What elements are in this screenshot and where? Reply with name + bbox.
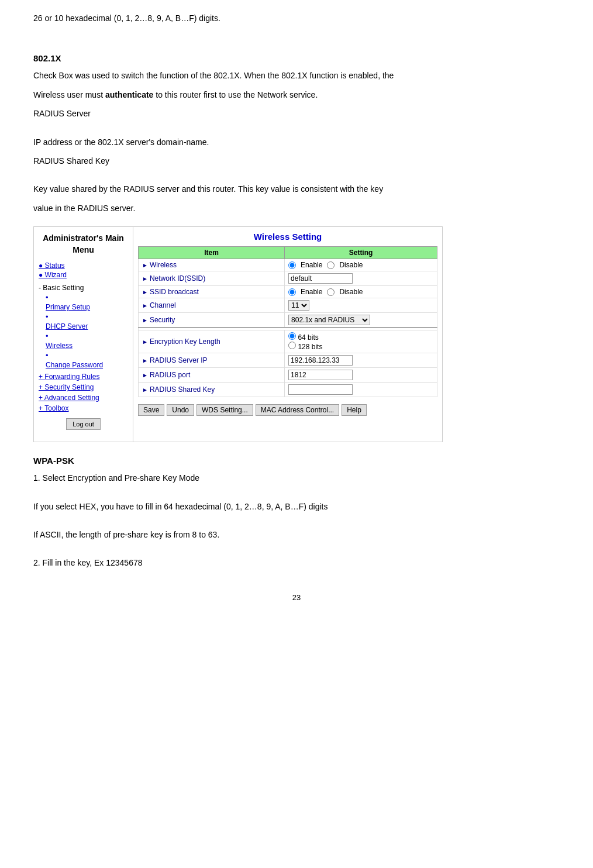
wireless-enable-radio[interactable] <box>288 261 296 269</box>
enc-key-length-group: 64 bits 128 bits <box>288 332 433 351</box>
arrow-icon: ► <box>142 289 148 295</box>
table-row: ►Network ID(SSID) <box>139 271 437 286</box>
arrow-icon: ► <box>142 357 148 364</box>
row-label-enc-key-length: Encryption Key Length <box>150 337 220 346</box>
sidebar-basic-setting-label: - Basic Setting <box>39 284 128 292</box>
save-button[interactable]: Save <box>138 404 164 416</box>
row-label-ssid: Network ID(SSID) <box>150 274 205 283</box>
arrow-icon: ► <box>142 339 148 345</box>
radius-server-ip-input[interactable] <box>288 355 353 366</box>
wireless-disable-radio[interactable] <box>327 261 335 269</box>
wireless-enable-label: Enable <box>301 261 322 269</box>
sidebar-link-advanced-setting[interactable]: + Advanced Setting <box>39 394 128 402</box>
ssid-broadcast-enable-radio[interactable] <box>288 288 296 296</box>
sidebar-link-change-password[interactable]: Change Password <box>46 361 128 369</box>
table-row: ►Encryption Key Length 64 bits 128 bits <box>139 330 437 353</box>
wds-setting-button[interactable]: WDS Setting... <box>196 404 253 416</box>
table-row: ►Wireless Enable Disable <box>139 259 437 271</box>
ssid-broadcast-disable-label: Disable <box>339 288 363 296</box>
col-header-setting: Setting <box>285 247 437 259</box>
row-label-channel: Channel <box>150 301 176 309</box>
row-label-radius-ip: RADIUS Server IP <box>150 356 208 364</box>
sidebar-link-wizard[interactable]: ● Wizard <box>39 271 128 279</box>
para-wpapsk-3: If ASCII, the length of pre-share key is… <box>33 528 560 541</box>
row-label-security: Security <box>150 316 175 324</box>
mac-address-control-button[interactable]: MAC Address Control... <box>256 404 339 416</box>
arrow-icon: ► <box>142 302 148 309</box>
enc-128bit-label: 128 bits <box>298 343 322 351</box>
enc-64bit-radio[interactable] <box>288 332 296 340</box>
sidebar-link-wireless[interactable]: Wireless <box>46 342 128 350</box>
arrow-icon: ► <box>142 372 148 378</box>
main-panel: Wireless Setting Item Setting ►Wireless … <box>133 227 442 442</box>
heading-8021x: 802.1X <box>33 51 560 66</box>
row-label-radius-shared-key: RADIUS Shared Key <box>150 385 215 394</box>
panel-title: Wireless Setting <box>138 232 437 242</box>
sidebar-link-security-setting[interactable]: + Security Setting <box>39 383 128 391</box>
para-8021x-6: Key value shared by the RADIUS server an… <box>33 182 560 195</box>
security-select[interactable]: 802.1x and RADIUS WPA-PSK Disabled <box>288 315 370 325</box>
para-8021x-4: IP address or the 802.1X server's domain… <box>33 136 560 149</box>
para-wpapsk-4: 2. Fill in the key, Ex 12345678 <box>33 556 560 569</box>
ssid-broadcast-radio-group: Enable Disable <box>288 288 433 296</box>
para-8021x-2: Wireless user must authenticate to this … <box>33 88 560 101</box>
para-8021x-5: RADIUS Shared Key <box>33 154 560 167</box>
ssid-broadcast-enable-label: Enable <box>301 288 322 296</box>
arrow-icon: ► <box>142 387 148 393</box>
enc-64bit-label: 64 bits <box>298 333 318 342</box>
wireless-table: Item Setting ►Wireless Enable Disable <box>138 246 437 397</box>
wireless-disable-label: Disable <box>339 261 363 269</box>
heading-wpa-psk: WPA-PSK <box>33 454 560 468</box>
table-row: ►Channel 11 1 6 <box>139 298 437 313</box>
para-wpapsk-1: 1. Select Encryption and Pre-share Key M… <box>33 471 560 484</box>
arrow-icon: ► <box>142 262 148 268</box>
channel-select[interactable]: 11 1 6 <box>288 300 309 311</box>
row-label-radius-port: RADIUS port <box>150 371 190 379</box>
page-number: 23 <box>33 593 560 602</box>
wireless-radio-group: Enable Disable <box>288 261 433 269</box>
para-8021x-1: Check Box was used to switch the functio… <box>33 69 560 82</box>
para-8021x-2-prefix: Wireless user must <box>33 90 105 99</box>
radius-port-input[interactable] <box>288 370 353 380</box>
para-8021x-3: RADIUS Server <box>33 107 560 120</box>
radius-shared-key-input[interactable] <box>288 384 353 395</box>
table-row: ►RADIUS port <box>139 367 437 382</box>
table-row: ►RADIUS Shared Key <box>139 382 437 397</box>
table-row: ►Security 802.1x and RADIUS WPA-PSK Disa… <box>139 313 437 328</box>
para-8021x-2-bold: authenticate <box>105 90 153 99</box>
ssid-broadcast-disable-radio[interactable] <box>327 288 335 296</box>
button-row: Save Undo WDS Setting... MAC Address Con… <box>138 402 437 418</box>
help-button[interactable]: Help <box>342 404 367 416</box>
sidebar-link-primary-setup[interactable]: Primary Setup <box>46 303 128 311</box>
para-8021x-7: value in the RADIUS server. <box>33 202 560 215</box>
row-label-wireless: Wireless <box>150 261 177 269</box>
arrow-icon: ► <box>142 275 148 282</box>
intro-text: 26 or 10 hexadecimal (0, 1, 2…8, 9, A, B… <box>33 12 560 25</box>
sidebar: Administrator's Main Menu ● Status ● Wiz… <box>34 227 133 442</box>
para-8021x-2-suffix: to this router first to use the Network … <box>153 90 318 99</box>
sidebar-link-forwarding-rules[interactable]: + Forwarding Rules <box>39 373 128 381</box>
undo-button[interactable]: Undo <box>167 404 194 416</box>
sidebar-title: Administrator's Main Menu <box>39 233 128 256</box>
col-header-item: Item <box>139 247 285 259</box>
sidebar-link-dhcp-server[interactable]: DHCP Server <box>46 322 128 330</box>
enc-128bit-radio[interactable] <box>288 342 296 349</box>
ssid-input[interactable] <box>288 273 353 284</box>
table-row: ►RADIUS Server IP <box>139 353 437 367</box>
sidebar-link-toolbox[interactable]: + Toolbox <box>39 404 128 412</box>
table-row: ►SSID broadcast Enable Disable <box>139 286 437 298</box>
screenshot: Administrator's Main Menu ● Status ● Wiz… <box>33 226 443 442</box>
para-wpapsk-2: If you select HEX, you have to fill in 6… <box>33 500 560 513</box>
arrow-icon: ► <box>142 317 148 323</box>
row-label-ssid-broadcast: SSID broadcast <box>150 288 199 296</box>
sidebar-link-status[interactable]: ● Status <box>39 261 128 270</box>
logout-button[interactable]: Log out <box>66 418 101 430</box>
